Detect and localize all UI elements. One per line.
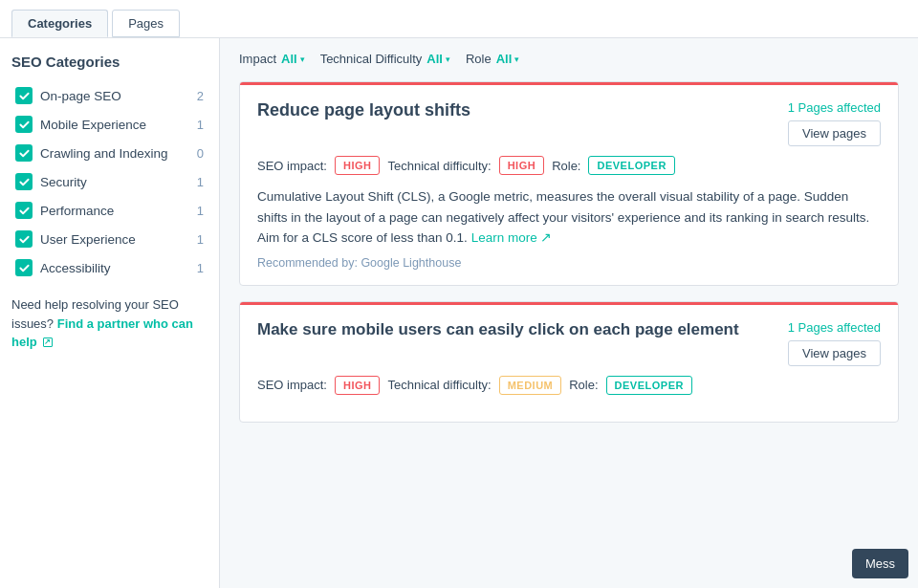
card-title-1: Reduce page layout shifts [257,100,788,120]
role-filter-dropdown[interactable]: All ▾ [496,52,520,66]
view-pages-button-2[interactable]: View pages [788,340,881,366]
card-body-1: Reduce page layout shifts 1 Pages affect… [240,85,898,285]
seo-impact-label-1: SEO impact: [257,159,327,173]
checkbox-security[interactable] [15,173,33,190]
sidebar-title: SEO Categories [11,54,208,70]
sidebar-item-accessibility[interactable]: Accessibility 1 [11,253,208,282]
checkbox-user-experience[interactable] [15,230,33,248]
sidebar-label-accessibility: Accessibility [40,261,193,275]
sidebar-item-user-experience[interactable]: User Experience 1 [11,225,208,253]
content-area: Impact All ▾ Technical Difficulty All ▾ … [220,38,918,588]
sidebar: SEO Categories On-page SEO 2 Mobile Expe… [0,38,220,588]
sidebar-count-accessibility: 1 [197,261,204,275]
card-reduce-layout-shifts: Reduce page layout shifts 1 Pages affect… [239,81,899,286]
sidebar-item-security[interactable]: Security 1 [11,167,208,196]
tech-difficulty-label-2: Technical difficulty: [387,378,491,392]
pages-affected-1: 1 Pages affected [788,100,881,115]
learn-more-link-1[interactable]: Learn more ↗ [471,230,553,245]
sidebar-label-security: Security [40,175,193,189]
card-header-2: Make sure mobile users can easily click … [257,320,881,366]
role-filter[interactable]: Role All ▾ [466,52,519,66]
role-filter-value: All [496,52,513,66]
role-caret-icon: ▾ [514,54,519,64]
sidebar-label-user-experience: User Experience [40,232,193,247]
card-body-2: Make sure mobile users can easily click … [240,305,898,422]
technical-difficulty-dropdown[interactable]: All ▾ [426,52,450,66]
role-label-2: Role: [569,378,598,392]
checkbox-on-page-seo[interactable] [15,87,33,104]
seo-impact-badge-1: HIGH [335,156,381,175]
tech-difficulty-label-1: Technical difficulty: [387,159,491,173]
sidebar-help-text: Need help resolving your SEO issues? Fin… [11,295,208,352]
badges-row-2: SEO impact: HIGH Technical difficulty: M… [257,376,881,395]
sidebar-count-on-page-seo: 2 [197,89,204,103]
tech-difficulty-badge-2: MEDIUM [499,376,562,395]
impact-filter-label: Impact [239,52,276,66]
sidebar-label-on-page-seo: On-page SEO [40,89,193,103]
messages-button[interactable]: Mess [852,549,908,578]
role-filter-label: Role [466,52,492,66]
technical-difficulty-label: Technical Difficulty [320,52,423,66]
checkbox-performance[interactable] [15,202,33,219]
technical-caret-icon: ▾ [446,54,450,64]
sidebar-item-performance[interactable]: Performance 1 [11,196,208,225]
pages-affected-2: 1 Pages affected [788,320,881,335]
checkbox-accessibility[interactable] [15,259,33,276]
external-link-icon [43,338,53,347]
tab-pages[interactable]: Pages [112,10,180,37]
top-tabs-bar: Categories Pages [0,0,918,38]
sidebar-label-crawling-indexing: Crawling and Indexing [40,146,193,161]
view-pages-button-1[interactable]: View pages [788,120,881,146]
role-badge-2: DEVELOPER [606,376,692,395]
sidebar-item-on-page-seo[interactable]: On-page SEO 2 [11,81,208,110]
filter-bar: Impact All ▾ Technical Difficulty All ▾ … [239,52,899,66]
sidebar-count-user-experience: 1 [197,232,204,247]
sidebar-label-performance: Performance [40,204,193,218]
role-badge-1: DEVELOPER [588,156,674,175]
technical-difficulty-filter[interactable]: Technical Difficulty All ▾ [320,52,450,66]
card-title-2: Make sure mobile users can easily click … [257,320,754,339]
sidebar-count-performance: 1 [197,204,204,218]
sidebar-item-crawling-indexing[interactable]: Crawling and Indexing 0 [11,139,208,167]
sidebar-label-mobile-experience: Mobile Experience [40,118,193,132]
role-label-1: Role: [552,159,580,173]
impact-filter-value: All [281,52,297,66]
badges-row-1: SEO impact: HIGH Technical difficulty: H… [257,156,881,175]
tech-difficulty-badge-1: HIGH [499,156,545,175]
card-mobile-users: Make sure mobile users can easily click … [239,301,899,423]
impact-filter[interactable]: Impact All ▾ [239,52,305,66]
recommended-1: Recommended by: Google Lighthouse [257,256,881,270]
tab-categories[interactable]: Categories [11,10,108,37]
technical-difficulty-value: All [426,52,443,66]
main-layout: SEO Categories On-page SEO 2 Mobile Expe… [0,38,918,588]
impact-filter-dropdown[interactable]: All ▾ [281,52,305,66]
sidebar-count-mobile-experience: 1 [197,118,204,132]
impact-caret-icon: ▾ [300,54,305,64]
checkbox-mobile-experience[interactable] [15,116,33,133]
card-header-1: Reduce page layout shifts 1 Pages affect… [257,100,881,146]
card-right-1: 1 Pages affected View pages [788,100,881,146]
card-description-1: Cumulative Layout Shift (CLS), a Google … [257,186,881,249]
sidebar-count-crawling-indexing: 0 [197,146,204,161]
seo-impact-badge-2: HIGH [335,376,381,395]
card-right-2: 1 Pages affected View pages [788,320,881,366]
seo-impact-label-2: SEO impact: [257,378,327,392]
sidebar-item-mobile-experience[interactable]: Mobile Experience 1 [11,110,208,139]
sidebar-count-security: 1 [197,175,204,189]
checkbox-crawling-indexing[interactable] [15,144,33,162]
